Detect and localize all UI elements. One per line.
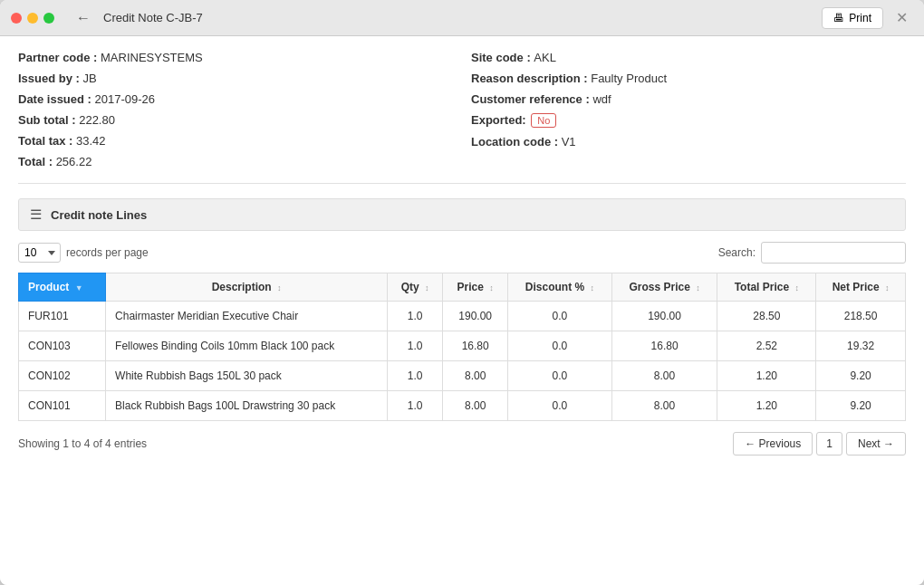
location-code-row: Location code : V1	[471, 135, 906, 149]
cell-product: FUR101	[19, 302, 106, 331]
showing-text: Showing 1 to 4 of 4 entries	[18, 437, 147, 450]
minimize-traffic-light[interactable]	[27, 13, 38, 24]
cell-net-price: 9.20	[816, 391, 906, 421]
title-bar: ← Credit Note C-JB-7 🖶 Print ✕	[0, 0, 924, 36]
col-description[interactable]: Description ↕	[106, 273, 388, 302]
search-label: Search:	[718, 246, 756, 259]
gross-price-sort-icon: ↕	[696, 283, 700, 292]
net-price-sort-icon: ↕	[885, 283, 890, 292]
main-content: Partner code : MARINESYSTEMS Issued by :…	[0, 36, 924, 585]
section-header: ☰ Credit note Lines	[18, 198, 906, 231]
cell-price: 190.00	[443, 302, 508, 331]
records-label: records per page	[66, 246, 149, 259]
cell-description: White Rubbish Bags 150L 30 pack	[106, 361, 388, 391]
table-body: FUR101 Chairmaster Meridian Executive Ch…	[19, 302, 906, 421]
cell-gross-price: 8.00	[611, 391, 717, 421]
total-tax-label: Total tax :	[18, 134, 76, 148]
table-controls: 10 25 50 100 records per page Search:	[18, 242, 906, 264]
cell-description: Fellowes Binding Coils 10mm Black 100 pa…	[106, 331, 388, 361]
close-button[interactable]: ✕	[890, 7, 913, 28]
col-product[interactable]: Product ▼	[19, 273, 106, 302]
cell-discount: 0.0	[508, 302, 611, 331]
col-discount[interactable]: Discount % ↕	[508, 273, 611, 302]
table-row: CON103 Fellowes Binding Coils 10mm Black…	[19, 331, 906, 361]
customer-ref-row: Customer reference : wdf	[471, 92, 906, 106]
cell-price: 16.80	[443, 331, 508, 361]
cell-gross-price: 8.00	[611, 361, 717, 391]
title-nav: ← Credit Note C-JB-7	[71, 8, 203, 28]
col-total-price[interactable]: Total Price ↕	[717, 273, 816, 302]
site-code-value: AKL	[534, 51, 556, 64]
print-button[interactable]: 🖶 Print	[822, 7, 883, 29]
search-input[interactable]	[761, 242, 906, 264]
page-number: 1	[816, 432, 842, 456]
col-net-price[interactable]: Net Price ↕	[816, 273, 906, 302]
cell-description: Black Rubbish Bags 100L Drawstring 30 pa…	[106, 391, 388, 421]
back-button[interactable]: ←	[71, 8, 96, 28]
next-button[interactable]: Next →	[846, 432, 906, 456]
section-title: Credit note Lines	[51, 208, 147, 222]
issued-by-row: Issued by : JB	[18, 72, 453, 85]
cell-gross-price: 190.00	[611, 302, 717, 331]
customer-ref-label: Customer reference :	[471, 92, 592, 106]
date-issued-value: 2017-09-26	[95, 92, 156, 106]
qty-sort-icon: ↕	[425, 283, 429, 292]
reason-desc-row: Reason description : Faulty Product	[471, 72, 906, 85]
cell-qty: 1.0	[388, 302, 443, 331]
cell-gross-price: 16.80	[611, 331, 717, 361]
table-row: FUR101 Chairmaster Meridian Executive Ch…	[19, 302, 906, 331]
search-area: Search:	[718, 242, 906, 264]
issued-by-label: Issued by :	[18, 72, 83, 85]
sub-total-label: Sub total :	[18, 113, 79, 127]
main-window: ← Credit Note C-JB-7 🖶 Print ✕ Partner c…	[0, 0, 924, 585]
maximize-traffic-light[interactable]	[43, 13, 54, 24]
exported-badge: No	[531, 113, 556, 128]
sub-total-row: Sub total : 222.80	[18, 113, 453, 127]
customer-ref-value: wdf	[592, 92, 611, 106]
cell-qty: 1.0	[388, 391, 443, 421]
partner-code-value: MARINESYSTEMS	[101, 51, 203, 64]
cell-price: 8.00	[443, 361, 508, 391]
cell-net-price: 218.50	[816, 302, 906, 331]
credit-note-table: Product ▼ Description ↕ Qty ↕ Price ↕	[18, 273, 906, 421]
location-code-value: V1	[562, 135, 576, 149]
total-row: Total : 256.22	[18, 155, 453, 168]
cell-qty: 1.0	[388, 331, 443, 361]
partner-code-row: Partner code : MARINESYSTEMS	[18, 51, 453, 64]
description-sort-icon: ↕	[277, 283, 282, 292]
table-row: CON101 Black Rubbish Bags 100L Drawstrin…	[19, 391, 906, 421]
location-code-label: Location code :	[471, 135, 562, 149]
reason-desc-value: Faulty Product	[591, 72, 667, 85]
discount-sort-icon: ↕	[590, 283, 594, 292]
cell-total-price: 28.50	[717, 302, 816, 331]
cell-description: Chairmaster Meridian Executive Chair	[106, 302, 388, 331]
sub-total-value: 222.80	[79, 113, 115, 127]
exported-label: Exported:	[471, 113, 529, 127]
date-issued-row: Date issued : 2017-09-26	[18, 92, 453, 106]
reason-desc-label: Reason description :	[471, 72, 591, 85]
table-header-row: Product ▼ Description ↕ Qty ↕ Price ↕	[19, 273, 906, 302]
total-tax-row: Total tax : 33.42	[18, 134, 453, 148]
cell-total-price: 2.52	[717, 331, 816, 361]
partner-code-label: Partner code :	[18, 51, 101, 64]
info-left: Partner code : MARINESYSTEMS Issued by :…	[18, 51, 453, 168]
cell-net-price: 9.20	[816, 361, 906, 391]
col-qty[interactable]: Qty ↕	[388, 273, 443, 302]
date-issued-label: Date issued :	[18, 92, 95, 106]
product-sort-icon: ▼	[75, 283, 83, 292]
info-section: Partner code : MARINESYSTEMS Issued by :…	[18, 51, 906, 184]
col-price[interactable]: Price ↕	[443, 273, 508, 302]
cell-total-price: 1.20	[717, 361, 816, 391]
records-per-page-select[interactable]: 10 25 50 100	[18, 243, 61, 263]
hamburger-icon: ☰	[30, 206, 42, 223]
traffic-lights	[11, 13, 54, 24]
table-row: CON102 White Rubbish Bags 150L 30 pack 1…	[19, 361, 906, 391]
col-gross-price[interactable]: Gross Price ↕	[611, 273, 717, 302]
cell-product: CON101	[19, 391, 106, 421]
close-traffic-light[interactable]	[11, 13, 22, 24]
exported-row: Exported: No	[471, 113, 906, 128]
pagination-area: Showing 1 to 4 of 4 entries ← Previous 1…	[18, 421, 906, 459]
previous-button[interactable]: ← Previous	[733, 432, 813, 456]
title-actions: 🖶 Print ✕	[822, 7, 913, 29]
site-code-row: Site code : AKL	[471, 51, 906, 64]
